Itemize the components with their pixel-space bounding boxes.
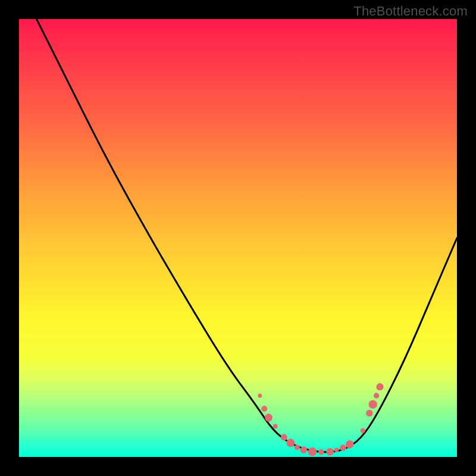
data-marker <box>281 434 287 441</box>
data-marker <box>376 383 383 390</box>
data-marker <box>366 410 372 416</box>
data-marker <box>300 446 308 453</box>
bottleneck-curve <box>36 19 457 452</box>
data-marker <box>273 424 278 429</box>
marker-group <box>258 383 383 456</box>
data-marker <box>340 444 346 451</box>
data-marker <box>374 393 379 398</box>
chart-frame: TheBottleneck.com <box>0 0 476 476</box>
chart-svg <box>19 19 457 457</box>
plot-area <box>19 19 457 457</box>
data-marker <box>361 428 365 433</box>
data-marker <box>258 394 262 398</box>
data-marker <box>286 439 295 447</box>
data-marker <box>334 447 339 452</box>
data-marker <box>295 444 300 450</box>
curve-line-group <box>36 19 457 452</box>
data-marker <box>308 447 317 456</box>
data-marker <box>265 414 273 421</box>
data-marker <box>369 400 377 409</box>
data-marker <box>261 406 267 412</box>
data-marker <box>318 449 324 455</box>
watermark-text: TheBottleneck.com <box>353 4 468 19</box>
data-marker <box>346 440 353 448</box>
data-marker <box>326 448 334 456</box>
